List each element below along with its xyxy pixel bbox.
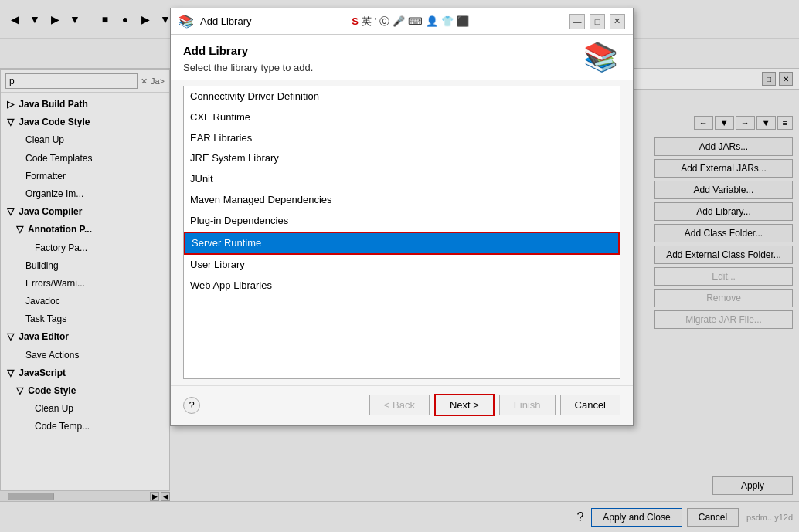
library-item-user-library[interactable]: User Library [184,255,620,276]
dialog-maximize-btn[interactable]: □ [590,14,605,29]
ime-icon-5[interactable]: 👤 [426,15,438,27]
ime-icon-2[interactable]: ⓪ [379,15,389,29]
ime-icon-4[interactable]: ⌨ [408,15,423,27]
dialog-titlebar: 📚 Add Library S 英 ' ⓪ 🎤 ⌨ 👤 👕 ⬛ — □ ✕ [171,8,633,35]
library-item-label: Server Runtime [192,237,261,249]
dialog-icon-small: 📚 [178,14,194,29]
dialog-window-controls: — □ ✕ [570,14,625,29]
dialog-heading: Add Library [183,44,620,57]
library-item-ear[interactable]: EAR Libraries [184,128,620,149]
dialog-minimize-btn[interactable]: — [570,14,585,29]
ime-toolbar: S 英 ' ⓪ 🎤 ⌨ 👤 👕 ⬛ [352,15,469,29]
dialog-header-content: Add Library Select the library type to a… [171,35,633,80]
library-list-area: Connectivity Driver Definition CXF Runti… [171,80,633,385]
ime-icon-3[interactable]: 🎤 [393,15,405,27]
next-button[interactable]: Next > [434,394,495,416]
add-library-dialog: 📚 Add Library S 英 ' ⓪ 🎤 ⌨ 👤 👕 ⬛ — □ ✕ Ad… [170,8,634,426]
library-item-server-runtime[interactable]: Server Runtime [184,232,620,256]
back-button[interactable]: < Back [369,395,430,415]
library-item-webapp[interactable]: Web App Libraries [184,276,620,296]
ime-icon-7[interactable]: ⬛ [457,15,469,27]
dialog-subtitle: Select the library type to add. [183,62,620,73]
dialog-title-label: Add Library [200,15,251,27]
library-item-junit[interactable]: JUnit [184,169,620,190]
library-item-jre[interactable]: JRE System Library [184,148,620,169]
cancel-dialog-button[interactable]: Cancel [560,395,620,415]
dialog-action-buttons: ? < Back Next > Finish Cancel [171,385,633,425]
library-type-list[interactable]: Connectivity Driver Definition CXF Runti… [183,86,620,379]
library-item-cxf[interactable]: CXF Runtime [184,107,620,128]
library-item-plugin[interactable]: Plug-in Dependencies [184,211,620,232]
dialog-nav-buttons: < Back Next > Finish Cancel [369,394,620,416]
ime-icon-1[interactable]: ' [375,15,376,27]
finish-button[interactable]: Finish [499,395,556,415]
ime-label[interactable]: S [352,15,359,27]
dialog-close-btn[interactable]: ✕ [610,14,625,29]
dialog-title-area: 📚 Add Library [178,14,251,29]
library-item-maven[interactable]: Maven Managed Dependencies [184,190,620,211]
ime-icon-6[interactable]: 👕 [441,15,454,27]
dialog-books-icon: 📚 [583,41,620,78]
ime-lang[interactable]: 英 [362,15,372,29]
library-item-connectivity[interactable]: Connectivity Driver Definition [184,86,620,107]
dialog-help-button[interactable]: ? [183,397,200,414]
